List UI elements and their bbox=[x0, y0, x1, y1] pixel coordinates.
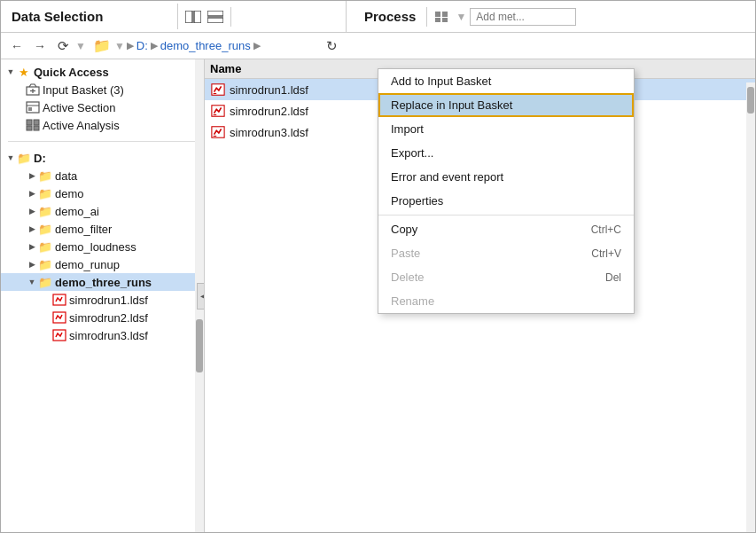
quick-access-expander: ▼ bbox=[4, 66, 17, 78]
left-panel-scroll-thumb[interactable] bbox=[196, 319, 203, 372]
context-menu[interactable]: Add to Input Basket Replace in Input Bas… bbox=[378, 68, 635, 314]
ctx-rename[interactable]: Rename bbox=[378, 289, 634, 313]
ctx-export[interactable]: Export... bbox=[378, 141, 634, 165]
active-section-label: Active Section bbox=[43, 101, 115, 114]
ctx-delete-label: Delete bbox=[391, 270, 425, 284]
file-icon-1 bbox=[210, 103, 226, 119]
svg-rect-7 bbox=[442, 18, 448, 22]
folder-demo-ai-expander: ▶ bbox=[26, 205, 38, 217]
forward-button[interactable]: → bbox=[29, 35, 51, 57]
quick-access-header[interactable]: ▼ ★ Quick Access bbox=[1, 63, 204, 81]
input-basket-item[interactable]: Input Basket (3) bbox=[1, 81, 204, 98]
ctx-copy-shortcut: Ctrl+C bbox=[591, 223, 621, 236]
ctx-error-report-label: Error and event report bbox=[391, 170, 503, 184]
simrodrun1-expander bbox=[40, 294, 52, 306]
svg-rect-14 bbox=[27, 120, 32, 125]
folder-breadcrumb-icon: 📁 bbox=[93, 37, 111, 54]
folder-demo-filter-icon: 📁 bbox=[38, 222, 52, 236]
svg-rect-16 bbox=[27, 126, 32, 130]
ctx-add-to-basket[interactable]: Add to Input Basket bbox=[378, 69, 634, 93]
folder-demo-loudness[interactable]: ▶ 📁 demo_loudness bbox=[1, 238, 204, 255]
ctx-replace-in-basket[interactable]: Replace in Input Basket bbox=[378, 93, 634, 117]
tree-file-simrodrun1[interactable]: simrodrun1.ldsf bbox=[1, 291, 204, 309]
right-panel-scrollbar[interactable] bbox=[746, 82, 755, 532]
ctx-replace-in-basket-label: Replace in Input Basket bbox=[391, 98, 512, 112]
active-section-item[interactable]: Active Section bbox=[1, 98, 204, 116]
folder-demo-ai-label: demo_ai bbox=[55, 205, 99, 218]
folder-demo-filter[interactable]: ▶ 📁 demo_filter bbox=[1, 220, 204, 238]
ctx-separator-1 bbox=[378, 215, 634, 216]
process-bar-right: ▼ bbox=[426, 7, 581, 27]
folder-demo-filter-label: demo_filter bbox=[55, 223, 112, 236]
ctx-add-to-basket-label: Add to Input Basket bbox=[391, 74, 491, 88]
folder-demo-runup-label: demo_runup bbox=[55, 258, 120, 271]
file-icon-2 bbox=[210, 124, 226, 140]
folder-demo[interactable]: ▶ 📁 demo bbox=[1, 184, 204, 202]
drive-root[interactable]: ▼ 📁 D: bbox=[1, 149, 204, 167]
simrodrun3-tree-label: simrodrun3.ldsf bbox=[69, 329, 148, 342]
input-basket-label: Input Basket (3) bbox=[43, 83, 124, 97]
history-button[interactable]: ⟳ bbox=[52, 35, 74, 57]
folder-demo-three-runs[interactable]: ▼ 📁 demo_three_runs bbox=[1, 273, 204, 291]
folder-demo-loudness-expander: ▶ bbox=[26, 240, 38, 253]
active-analysis-icon bbox=[26, 118, 40, 132]
tree-file-simrodrun3[interactable]: simrodrun3.ldsf bbox=[1, 326, 204, 344]
ctx-copy-label: Copy bbox=[391, 223, 417, 236]
simrodrun2-expander bbox=[40, 311, 52, 324]
collapse-panel-arrow[interactable]: ◀ bbox=[197, 283, 205, 310]
ctx-paste-shortcut: Ctrl+V bbox=[591, 247, 621, 260]
file-name-2: simrodrun3.ldsf bbox=[230, 126, 308, 139]
folder-data[interactable]: ▶ 📁 data bbox=[1, 167, 204, 184]
svg-rect-3 bbox=[207, 18, 223, 23]
folder-data-label: data bbox=[55, 169, 77, 183]
sep3: ▶ bbox=[253, 40, 261, 51]
tree-file-simrodrun2[interactable]: simrodrun2.ldsf bbox=[1, 309, 204, 326]
simrodrun2-icon bbox=[52, 310, 66, 325]
file-icon-0 bbox=[210, 82, 226, 98]
breadcrumb-folder[interactable]: demo_three_runs bbox=[160, 39, 251, 52]
svg-rect-13 bbox=[28, 107, 32, 111]
input-basket-icon bbox=[26, 82, 40, 97]
history-dropdown[interactable]: ▼ bbox=[75, 40, 86, 52]
svg-rect-15 bbox=[34, 120, 39, 125]
simrodrun1-icon bbox=[52, 293, 66, 307]
app-container: Data Selection Process bbox=[0, 0, 756, 533]
folder-dropdown-arrow[interactable]: ▼ bbox=[114, 40, 125, 52]
drive-section: ▼ 📁 D: ▶ 📁 data ▶ 📁 demo ▶ 📁 de bbox=[1, 145, 204, 348]
tree-separator bbox=[8, 141, 197, 142]
sep2: ▶ bbox=[151, 40, 158, 51]
ctx-properties[interactable]: Properties bbox=[378, 189, 634, 213]
add-meta-input[interactable] bbox=[470, 8, 576, 26]
refresh-button[interactable]: ↻ bbox=[321, 35, 342, 57]
right-panel-scroll-thumb[interactable] bbox=[747, 87, 754, 114]
breadcrumb-bar: ← → ⟳ ▼ 📁 ▼ ▶ D: ▶ demo_three_runs ▶ ↻ bbox=[1, 33, 755, 59]
left-panel: ▼ ★ Quick Access Input Basket (3) bbox=[1, 59, 205, 532]
active-analysis-item[interactable]: Active Analysis bbox=[1, 116, 204, 134]
ctx-import[interactable]: Import bbox=[378, 117, 634, 141]
ctx-delete[interactable]: Delete Del bbox=[378, 265, 634, 289]
top-bar-left: Data Selection bbox=[1, 1, 347, 32]
ctx-error-report[interactable]: Error and event report bbox=[378, 165, 634, 189]
simrodrun2-tree-label: simrodrun2.ldsf bbox=[69, 311, 148, 325]
folder-demo-runup-icon: 📁 bbox=[38, 257, 52, 271]
folder-demo-filter-expander: ▶ bbox=[26, 223, 38, 235]
quick-access-label: Quick Access bbox=[34, 66, 109, 79]
svg-rect-4 bbox=[435, 12, 440, 17]
ctx-delete-shortcut: Del bbox=[605, 271, 621, 284]
folder-demo-three-runs-icon: 📁 bbox=[38, 275, 52, 289]
ctx-paste[interactable]: Paste Ctrl+V bbox=[378, 241, 634, 265]
ctx-copy[interactable]: Copy Ctrl+C bbox=[378, 217, 634, 241]
process-icon[interactable] bbox=[433, 7, 452, 27]
breadcrumb-drive[interactable]: D: bbox=[136, 39, 148, 52]
split-view-icon1[interactable] bbox=[183, 7, 203, 27]
folder-data-expander: ▶ bbox=[26, 169, 38, 182]
svg-rect-1 bbox=[194, 11, 201, 23]
split-view-icon2[interactable] bbox=[206, 7, 225, 27]
folder-demo-ai[interactable]: ▶ 📁 demo_ai bbox=[1, 202, 204, 220]
process-title: Process bbox=[354, 4, 426, 29]
main-content: ▼ ★ Quick Access Input Basket (3) bbox=[1, 59, 755, 532]
back-button[interactable]: ← bbox=[6, 35, 27, 57]
ctx-rename-label: Rename bbox=[391, 294, 434, 308]
folder-demo-runup[interactable]: ▶ 📁 demo_runup bbox=[1, 255, 204, 273]
ctx-export-label: Export... bbox=[391, 146, 433, 160]
